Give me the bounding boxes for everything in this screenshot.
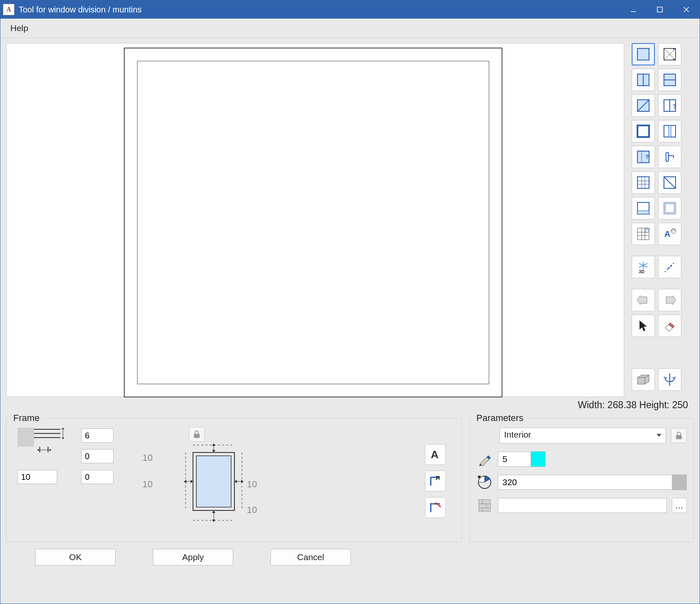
apply-button[interactable]: Apply <box>153 549 233 565</box>
margin-right-label: 10 <box>247 479 257 490</box>
titlebar: A Tool for window division / muntins <box>0 0 700 19</box>
nav-next[interactable] <box>658 289 681 311</box>
panels-row: Frame <box>6 414 694 542</box>
tool-single-pane[interactable] <box>632 43 655 65</box>
tool-mirror[interactable] <box>658 368 681 391</box>
svg-rect-70 <box>676 435 682 439</box>
preview-canvas[interactable] <box>6 43 624 397</box>
app-icon: A <box>3 4 14 15</box>
ok-button[interactable]: OK <box>35 549 116 565</box>
tool-thin-frame[interactable] <box>658 197 681 219</box>
parameters-lock-button[interactable] <box>671 428 687 443</box>
frame-title: Frame <box>11 413 42 424</box>
pencil-icon <box>476 451 493 467</box>
lock-icon <box>193 430 200 438</box>
parameters-group: Parameters Interior <box>469 418 694 542</box>
svg-rect-73 <box>479 500 490 511</box>
svg-rect-34 <box>665 204 674 213</box>
svg-text:3D: 3D <box>639 269 644 274</box>
lock-icon <box>675 431 683 440</box>
texture-icon <box>476 497 493 514</box>
preview-frame-inner <box>137 61 489 384</box>
tool-grid-swap[interactable] <box>632 223 655 245</box>
svg-text:?: ? <box>673 103 676 110</box>
tool-frame-center[interactable] <box>658 120 681 142</box>
svg-point-48 <box>668 267 669 269</box>
svg-rect-60 <box>196 456 231 507</box>
parameters-select-value: Interior <box>504 430 531 439</box>
text-a-icon: A <box>429 448 442 461</box>
tool-palette: ? ? <box>632 43 694 397</box>
status-height-value: 250 <box>672 399 688 410</box>
tool-3d-box[interactable] <box>632 368 655 391</box>
nav-prev[interactable] <box>632 289 655 311</box>
corner-in-icon <box>428 474 442 488</box>
texture-browse-button[interactable]: … <box>672 498 687 513</box>
tool-diagonal-pane[interactable] <box>632 94 655 117</box>
minimize-button[interactable] <box>620 0 647 19</box>
tool-3d-snow[interactable]: 3D <box>632 256 655 278</box>
preview-frame-outer <box>124 48 502 397</box>
svg-rect-23 <box>666 152 669 161</box>
texture-input[interactable] <box>498 498 667 513</box>
tool-diagonal[interactable] <box>658 171 681 194</box>
window-title: Tool for window division / muntins <box>19 5 620 14</box>
tool-pointer[interactable] <box>632 315 655 337</box>
svg-rect-1 <box>657 7 662 12</box>
angle-color-swatch[interactable] <box>672 474 687 490</box>
upper-row: ? ? <box>6 43 694 397</box>
tool-frame-query[interactable]: ? <box>632 146 655 168</box>
cancel-button[interactable]: Cancel <box>270 549 351 565</box>
parameters-select[interactable]: Interior <box>500 428 666 443</box>
label-toggle-button[interactable]: A <box>425 444 446 465</box>
thickness-color-swatch[interactable] <box>531 451 546 467</box>
svg-rect-19 <box>669 125 671 137</box>
svg-rect-24 <box>637 177 649 188</box>
footer-buttons: OK Apply Cancel <box>6 542 694 573</box>
tool-frame-outer[interactable] <box>632 120 655 142</box>
corner-edit-button[interactable] <box>425 497 446 518</box>
tool-query-split[interactable]: ? <box>658 94 681 117</box>
margin-left-label: 10 <box>142 479 152 490</box>
status-width-value: 268.38 <box>608 399 637 410</box>
tool-split-horizontal[interactable] <box>658 69 681 91</box>
angle-icon <box>476 474 493 491</box>
close-button[interactable] <box>673 0 700 19</box>
tool-eraser[interactable] <box>658 315 681 337</box>
frame-group: Frame <box>6 418 462 542</box>
tool-dotted-line[interactable] <box>658 256 681 278</box>
svg-rect-51 <box>17 428 34 447</box>
tool-swap-pane[interactable] <box>658 43 681 65</box>
content-area: ? ? <box>0 38 700 604</box>
tool-split-vertical[interactable] <box>632 69 655 91</box>
thickness-input[interactable] <box>498 452 531 467</box>
svg-rect-4 <box>637 48 649 60</box>
tool-text-swap[interactable]: A <box>658 223 681 245</box>
svg-rect-17 <box>637 125 649 137</box>
frame-dimension-icon <box>17 428 65 452</box>
maximize-button[interactable] <box>647 0 673 19</box>
menu-help[interactable]: Help <box>7 22 31 35</box>
angle-input[interactable] <box>498 475 672 490</box>
svg-text:?: ? <box>645 154 649 160</box>
svg-rect-72 <box>478 476 480 478</box>
frame-input-bottom[interactable] <box>81 470 113 484</box>
status-dimensions: Width: 268.38 Height: 250 <box>6 397 694 414</box>
frame-input-left[interactable] <box>17 470 57 484</box>
corner-in-button[interactable] <box>425 471 446 491</box>
status-width-label: Width: <box>578 399 605 410</box>
svg-line-30 <box>664 177 676 188</box>
parameters-title: Parameters <box>474 413 526 424</box>
frame-lock-button[interactable] <box>189 427 205 442</box>
tool-grid[interactable] <box>632 171 655 194</box>
svg-line-47 <box>665 262 675 272</box>
tool-handle[interactable] <box>658 146 681 168</box>
tool-bottom-bar[interactable] <box>632 197 655 219</box>
menubar: Help <box>0 19 700 38</box>
margin-top-label: 10 <box>142 452 152 463</box>
svg-point-49 <box>670 265 672 267</box>
frame-input-mid[interactable] <box>81 449 113 463</box>
frame-input-top[interactable] <box>81 428 113 443</box>
svg-text:A: A <box>431 448 439 461</box>
frame-center-diagram <box>181 441 247 528</box>
